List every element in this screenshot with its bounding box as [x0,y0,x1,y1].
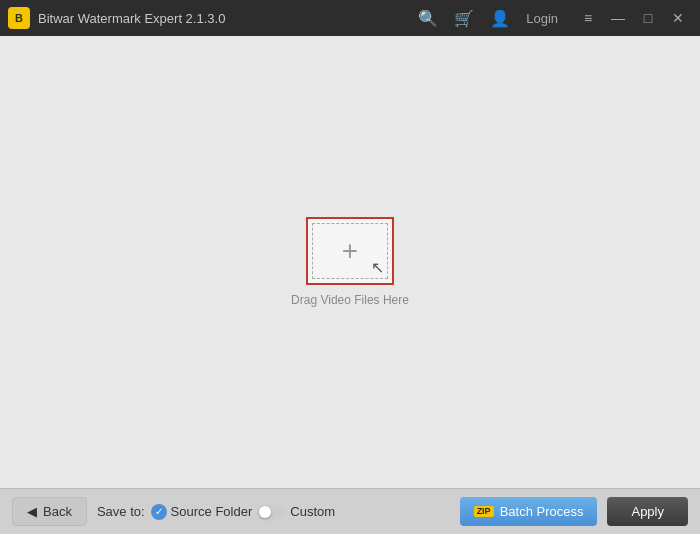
save-to-label: Save to: [97,504,145,519]
custom-option[interactable]: Custom [258,504,335,519]
app-logo: B [8,7,30,29]
custom-toggle[interactable] [258,505,286,519]
back-button[interactable]: ◀ Back [12,497,87,526]
window-controls: ≡ — □ ✕ [574,4,692,32]
minimize-button[interactable]: — [604,4,632,32]
zip-badge: ZIP [474,506,494,517]
app-title: Bitwar Watermark Expert 2.1.3.0 [38,11,418,26]
drop-zone[interactable]: + ↖ [306,217,394,285]
close-button[interactable]: ✕ [664,4,692,32]
main-content: + ↖ Drag Video Files Here [0,36,700,488]
menu-icon[interactable]: ≡ [574,4,602,32]
cursor-icon: ↖ [371,258,384,277]
back-icon: ◀ [27,504,37,519]
search-icon[interactable]: 🔍 [418,9,438,28]
save-to-group: Save to: Source Folder Custom [97,504,450,520]
batch-process-button[interactable]: ZIP Batch Process [460,497,598,526]
title-bar-actions: 🔍 🛒 👤 [418,9,510,28]
maximize-button[interactable]: □ [634,4,662,32]
add-icon: + [342,237,358,265]
user-icon[interactable]: 👤 [490,9,510,28]
title-bar: B Bitwar Watermark Expert 2.1.3.0 🔍 🛒 👤 … [0,0,700,36]
cart-icon[interactable]: 🛒 [454,9,474,28]
login-button[interactable]: Login [526,11,558,26]
source-folder-option[interactable]: Source Folder [151,504,253,520]
drag-label: Drag Video Files Here [291,293,409,307]
source-folder-label: Source Folder [171,504,253,519]
custom-label: Custom [290,504,335,519]
footer: ◀ Back Save to: Source Folder Custom ZIP… [0,488,700,534]
apply-button[interactable]: Apply [607,497,688,526]
drop-zone-wrapper: + ↖ Drag Video Files Here [291,217,409,307]
source-folder-check [151,504,167,520]
